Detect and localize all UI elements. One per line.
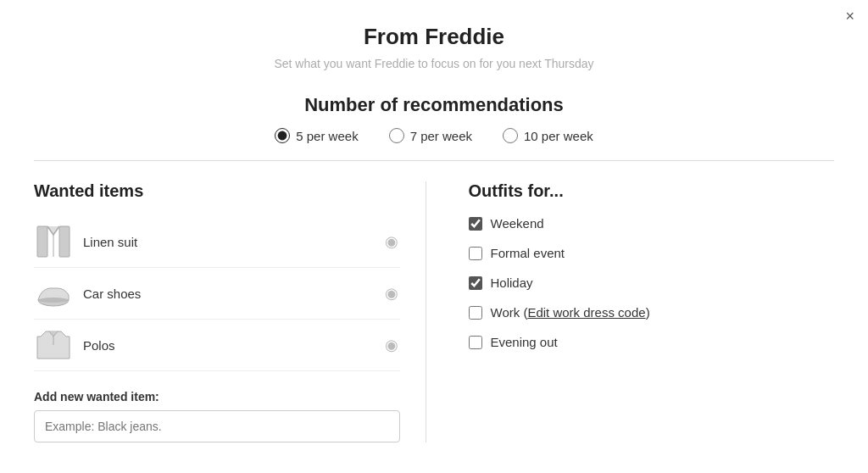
item-label-car-shoes: Car shoes — [83, 287, 141, 301]
outfits-section: Outfits for... Weekend Formal event Holi… — [426, 181, 835, 442]
outfit-checkbox-weekend[interactable] — [469, 217, 482, 231]
add-item-section: Add new wanted item: — [34, 390, 400, 442]
polo-icon — [34, 328, 73, 362]
outfit-item-work: Work (Edit work dress code) — [469, 305, 835, 320]
add-item-label: Add new wanted item: — [34, 390, 400, 403]
outfit-label-work: Work (Edit work dress code) — [491, 305, 650, 320]
remove-car-shoes-button[interactable]: ◉ — [383, 284, 400, 303]
outfit-item-evening-out: Evening out — [469, 335, 835, 349]
modal-container: × From Freddie Set what you want Freddie… — [0, 0, 868, 473]
add-item-input[interactable] — [34, 410, 400, 442]
list-item: Car shoes ◉ — [34, 268, 400, 320]
outfit-checkbox-formal-event[interactable] — [469, 247, 482, 260]
outfit-checkbox-work[interactable] — [469, 306, 482, 320]
edit-work-dress-code-link[interactable]: Edit work dress code — [527, 305, 645, 320]
radio-10-per-week[interactable]: 10 per week — [503, 128, 593, 143]
suit-icon — [34, 225, 73, 259]
close-button[interactable]: × — [845, 8, 854, 24]
item-label-polos: Polos — [83, 338, 115, 353]
outfit-label-formal-event: Formal event — [491, 246, 565, 260]
modal-subtitle: Set what you want Freddie to focus on fo… — [34, 57, 834, 70]
svg-rect-0 — [37, 226, 47, 257]
outfit-item-weekend: Weekend — [469, 216, 835, 231]
list-item: Linen suit ◉ — [34, 216, 400, 268]
recommendations-section: Number of recommendations 5 per week 7 p… — [34, 94, 834, 143]
shoes-icon — [34, 276, 73, 310]
outfit-item-formal-event: Formal event — [469, 246, 835, 260]
remove-linen-suit-button[interactable]: ◉ — [383, 232, 400, 251]
radio-7-per-week[interactable]: 7 per week — [389, 128, 472, 143]
outfit-label-evening-out: Evening out — [491, 335, 558, 349]
outfit-label-holiday: Holiday — [491, 275, 533, 290]
svg-rect-1 — [59, 226, 70, 257]
item-label-linen-suit: Linen suit — [83, 235, 137, 249]
two-column-layout: Wanted items Linen suit ◉ — [34, 181, 834, 442]
wanted-items-section: Wanted items Linen suit ◉ — [34, 181, 426, 442]
modal-title: From Freddie — [34, 24, 834, 50]
recommendations-title: Number of recommendations — [34, 94, 834, 116]
wanted-items-title: Wanted items — [34, 181, 400, 201]
radio-group: 5 per week 7 per week 10 per week — [34, 128, 834, 143]
list-item: Polos ◉ — [34, 320, 400, 371]
outfit-item-holiday: Holiday — [469, 275, 835, 290]
outfit-checkbox-evening-out[interactable] — [469, 336, 482, 349]
radio-5-per-week[interactable]: 5 per week — [275, 128, 358, 143]
svg-point-4 — [38, 298, 69, 303]
outfit-checkbox-holiday[interactable] — [469, 276, 482, 290]
remove-polos-button[interactable]: ◉ — [383, 336, 400, 354]
outfit-label-weekend: Weekend — [491, 216, 544, 231]
outfits-title: Outfits for... — [469, 181, 835, 201]
section-divider — [34, 160, 834, 161]
